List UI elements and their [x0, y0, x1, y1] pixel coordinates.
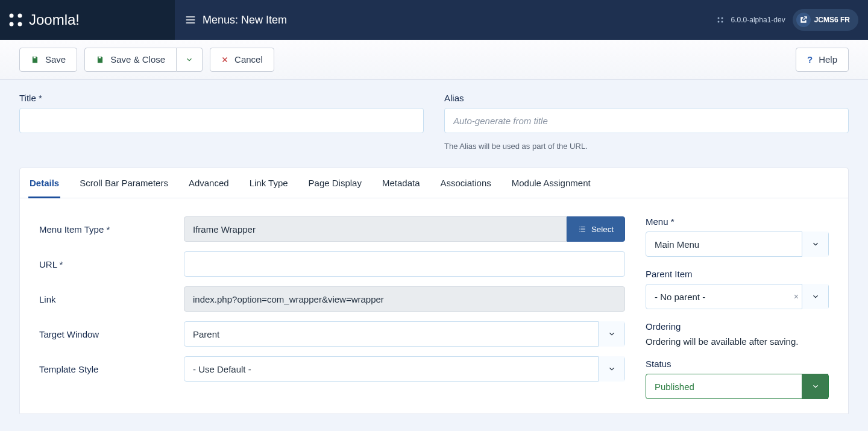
title-label: Title * — [19, 93, 424, 103]
target-window-select[interactable]: Parent — [184, 321, 625, 347]
svg-rect-9 — [99, 56, 101, 58]
menu-item-type-value: Iframe Wrapper — [184, 216, 567, 242]
ordering-label: Ordering — [646, 321, 829, 332]
save-button[interactable]: Save — [19, 48, 77, 72]
page-title: Menus: New Item — [203, 14, 287, 27]
status-select[interactable]: Published — [646, 374, 829, 399]
svg-rect-8 — [34, 56, 36, 58]
close-icon — [221, 56, 228, 63]
chevron-down-icon — [185, 55, 193, 64]
version-text: 6.0.0-alpha1-dev — [731, 16, 785, 24]
joomla-small-icon — [717, 16, 724, 24]
joomla-logo-icon — [7, 11, 24, 28]
menu-item-type-label: Menu Item Type * — [39, 224, 184, 234]
template-style-select[interactable]: - Use Default - — [184, 356, 625, 382]
brand-area[interactable]: Joomla! — [0, 0, 175, 40]
tab-associations[interactable]: Associations — [439, 168, 492, 198]
save-icon — [96, 55, 104, 64]
svg-point-3 — [18, 22, 22, 27]
tab-module-assignment[interactable]: Module Assignment — [511, 168, 592, 198]
url-input[interactable] — [184, 251, 625, 277]
save-close-button[interactable]: Save & Close — [84, 48, 177, 72]
chevron-down-icon — [598, 356, 624, 382]
cancel-button[interactable]: Cancel — [210, 48, 274, 72]
tab-advanced[interactable]: Advanced — [187, 168, 230, 198]
tab-scroll-bar-parameters[interactable]: Scroll Bar Parameters — [78, 168, 169, 198]
save-icon — [31, 55, 39, 64]
tab-link-type[interactable]: Link Type — [248, 168, 289, 198]
tabs-row: Details Scroll Bar Parameters Advanced L… — [20, 168, 848, 198]
link-value: index.php?option=com_wrapper&view=wrappe… — [184, 286, 625, 312]
tab-details[interactable]: Details — [28, 168, 60, 198]
chevron-down-icon — [802, 284, 828, 309]
site-name-pill[interactable]: JCMS6 FR — [793, 9, 858, 31]
save-dropdown-toggle[interactable] — [177, 48, 203, 72]
svg-point-7 — [721, 21, 723, 23]
help-icon: ? — [807, 54, 813, 64]
toolbar: Save Save & Close Cancel ? Help — [0, 40, 868, 80]
list-icon — [578, 225, 587, 233]
menu-item-type-select-button[interactable]: Select — [567, 216, 625, 242]
external-link-icon — [796, 13, 811, 27]
ordering-hint: Ordering will be available after saving. — [646, 336, 829, 347]
svg-point-6 — [717, 21, 719, 23]
menu-label: Menu * — [646, 216, 829, 227]
chevron-down-icon — [598, 321, 624, 347]
svg-point-4 — [717, 17, 719, 19]
chevron-down-icon — [802, 374, 828, 399]
chevron-down-icon — [802, 231, 828, 257]
svg-point-0 — [10, 14, 14, 18]
alias-input[interactable] — [444, 108, 849, 133]
url-label: URL * — [39, 259, 184, 269]
tab-page-display[interactable]: Page Display — [307, 168, 363, 198]
template-style-label: Template Style — [39, 364, 184, 374]
help-button[interactable]: ? Help — [796, 48, 849, 72]
target-window-label: Target Window — [39, 329, 184, 339]
title-input[interactable] — [19, 108, 424, 133]
alias-label: Alias — [444, 93, 849, 103]
clear-parent-button[interactable]: × — [794, 292, 799, 301]
status-label: Status — [646, 359, 829, 369]
link-label: Link — [39, 294, 184, 304]
parent-item-label: Parent Item — [646, 269, 829, 279]
menu-icon[interactable] — [184, 14, 197, 26]
tab-metadata[interactable]: Metadata — [381, 168, 421, 198]
svg-point-1 — [18, 14, 22, 18]
svg-point-5 — [721, 17, 723, 19]
brand-text: Joomla! — [29, 11, 80, 28]
parent-item-select[interactable]: - No parent - — [646, 284, 829, 309]
site-name: JCMS6 FR — [814, 16, 850, 24]
svg-point-2 — [10, 22, 14, 27]
menu-select[interactable]: Main Menu — [646, 231, 829, 257]
alias-hint: The Alias will be used as part of the UR… — [444, 142, 849, 151]
